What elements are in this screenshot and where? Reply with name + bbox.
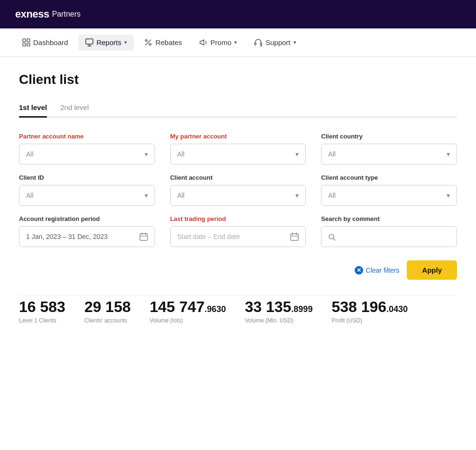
filter-label-client-account: Client account	[170, 174, 306, 181]
filter-last-trading-period: Last trading period Start date – End dat…	[170, 215, 306, 247]
nav-label-reports: Reports	[96, 38, 121, 46]
nav-label-rebates: Rebates	[156, 38, 182, 46]
filter-value-client-id: All	[26, 192, 34, 199]
filter-label-last-trading-period: Last trading period	[170, 215, 306, 222]
chevron-down-icon: ▾	[295, 150, 299, 158]
stat-clients-accounts: 29 158 Clients' accounts	[84, 299, 131, 324]
svg-line-7	[146, 40, 151, 45]
filter-client-country: Client country All ▾	[321, 133, 457, 165]
filter-label-partner-account-name: Partner account name	[19, 133, 155, 140]
filter-select-client-account-type[interactable]: All ▾	[321, 185, 457, 206]
filter-label-client-country: Client country	[321, 133, 457, 140]
filter-value-client-country: All	[328, 150, 336, 158]
svg-rect-16	[291, 234, 298, 240]
filter-partner-account-name: Partner account name All ▾	[19, 133, 155, 165]
nav-label-promo: Promo	[211, 38, 231, 46]
stat-value-level1-clients: 16 583	[19, 299, 65, 314]
stat-value-profit-usd: 538 196.0430	[331, 299, 408, 314]
clear-filters-button[interactable]: ✕ Clear filters	[355, 266, 400, 275]
stat-label-volume-lots: Volume (lots)	[150, 317, 226, 324]
filter-label-my-partner-account: My partner account	[170, 133, 306, 140]
filter-client-account-type: Client account type All ▾	[321, 174, 457, 206]
filter-value-client-account-type: All	[328, 192, 336, 199]
stat-label-clients-accounts: Clients' accounts	[84, 317, 131, 324]
svg-rect-4	[86, 39, 93, 44]
stat-label-volume-mln: Volume (Mln. USD)	[245, 317, 312, 324]
action-bar: ✕ Clear filters Apply	[19, 260, 457, 280]
stat-level1-clients: 16 583 Level 1 Clients	[19, 299, 65, 324]
svg-rect-12	[140, 234, 147, 240]
apply-button[interactable]: Apply	[407, 260, 457, 280]
svg-line-21	[333, 239, 335, 240]
filter-select-partner-account-name[interactable]: All ▾	[19, 144, 155, 165]
stat-value-clients-accounts: 29 158	[84, 299, 131, 314]
filter-value-my-partner-account: All	[177, 150, 185, 158]
filter-label-search-by-comment: Search by comment	[321, 215, 457, 222]
chevron-down-icon: ▾	[145, 150, 148, 158]
stat-value-volume-mln: 33 135.8999	[245, 299, 312, 314]
filter-search-input-container[interactable]	[321, 226, 457, 247]
chevron-down-icon: ▾	[447, 150, 450, 158]
stat-profit-usd: 538 196.0430 Profit (USD)	[331, 299, 408, 324]
clear-filters-label: Clear filters	[366, 266, 400, 274]
stat-value-volume-lots: 145 747.9630	[150, 299, 226, 314]
nav-item-support[interactable]: Support ▾	[247, 35, 303, 51]
filter-select-my-partner-account[interactable]: All ▾	[170, 144, 306, 165]
nav-item-reports[interactable]: Reports ▾	[78, 35, 134, 51]
stat-volume-mln: 33 135.8999 Volume (Mln. USD)	[245, 299, 312, 324]
nav-item-dashboard[interactable]: Dashboard	[15, 35, 74, 51]
tab-1st-level[interactable]: 1st level	[19, 99, 47, 118]
chevron-down-icon: ▾	[234, 39, 237, 46]
tabs-container: 1st level 2nd level	[19, 99, 457, 118]
search-icon	[328, 232, 336, 241]
svg-rect-10	[255, 43, 256, 45]
main-navigation: Dashboard Reports ▾ Rebates	[0, 28, 476, 57]
stats-section: 16 583 Level 1 Clients 29 158 Clients' a…	[19, 295, 457, 324]
filters-section: Partner account name All ▾ My partner ac…	[19, 133, 457, 247]
clear-icon: ✕	[355, 266, 363, 275]
calendar-icon	[139, 232, 148, 241]
stat-label-profit-usd: Profit (USD)	[331, 317, 408, 324]
headset-icon	[254, 38, 263, 47]
logo-exness: exness	[15, 8, 49, 20]
chevron-down-icon: ▾	[145, 192, 148, 199]
monitor-icon	[85, 38, 93, 47]
svg-point-8	[146, 40, 147, 42]
chevron-down-icon: ▾	[447, 192, 450, 199]
calendar-icon	[290, 232, 299, 241]
nav-item-rebates[interactable]: Rebates	[137, 35, 189, 51]
top-navigation: exness Partners	[0, 0, 476, 28]
svg-rect-3	[27, 43, 30, 46]
filter-date-value-trading: Start date – End date	[177, 233, 240, 240]
chevron-down-icon: ▾	[295, 192, 299, 199]
search-by-comment-input[interactable]	[339, 233, 450, 240]
filter-label-account-registration-period: Account registration period	[19, 215, 155, 222]
svg-rect-2	[23, 43, 26, 46]
nav-label-support: Support	[265, 38, 291, 46]
filter-select-client-id[interactable]: All ▾	[19, 185, 155, 206]
stat-volume-lots: 145 747.9630 Volume (lots)	[150, 299, 226, 324]
filter-account-registration-period: Account registration period 1 Jan, 2023 …	[19, 215, 155, 247]
logo[interactable]: exness Partners	[15, 8, 81, 20]
filter-date-last-trading-period[interactable]: Start date – End date	[170, 226, 306, 247]
svg-rect-11	[260, 43, 262, 45]
chevron-down-icon: ▾	[293, 39, 296, 46]
filter-select-client-country[interactable]: All ▾	[321, 144, 457, 165]
grid-icon	[22, 38, 30, 47]
page-content: Client list 1st level 2nd level Partner …	[0, 57, 476, 450]
svg-rect-1	[27, 39, 30, 42]
filter-label-client-id: Client ID	[19, 174, 155, 181]
page-title: Client list	[19, 72, 457, 87]
filter-date-account-registration-period[interactable]: 1 Jan, 2023 – 31 Dec, 2023	[19, 226, 155, 247]
filter-my-partner-account: My partner account All ▾	[170, 133, 306, 165]
filter-client-account: Client account All ▾	[170, 174, 306, 206]
filter-client-id: Client ID All ▾	[19, 174, 155, 206]
nav-item-promo[interactable]: Promo ▾	[192, 35, 244, 51]
filter-select-client-account[interactable]: All ▾	[170, 185, 306, 206]
tab-2nd-level[interactable]: 2nd level	[60, 99, 89, 118]
filter-value-partner-account-name: All	[26, 150, 34, 158]
filter-label-client-account-type: Client account type	[321, 174, 457, 181]
svg-rect-0	[23, 39, 26, 42]
filter-value-client-account: All	[177, 192, 185, 199]
filter-search-by-comment: Search by comment	[321, 215, 457, 247]
